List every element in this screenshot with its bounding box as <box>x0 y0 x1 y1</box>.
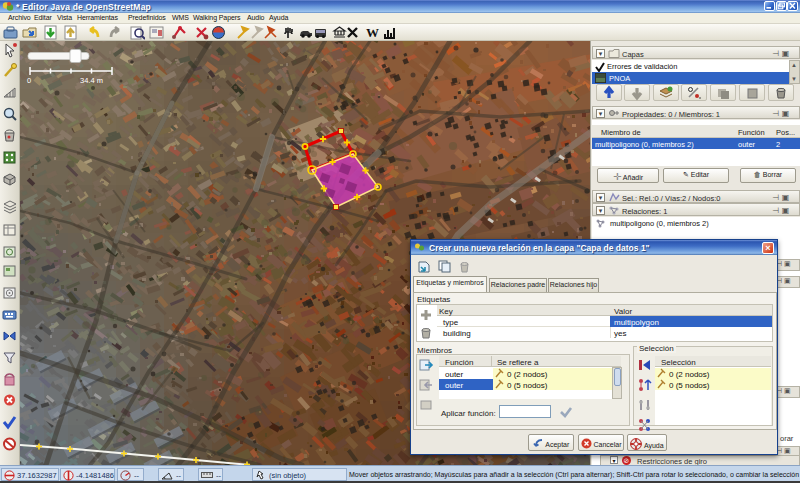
svg-text:W: W <box>366 25 379 40</box>
svg-text:0: 0 <box>27 76 31 85</box>
svg-text:34.4 m: 34.4 m <box>80 76 103 85</box>
